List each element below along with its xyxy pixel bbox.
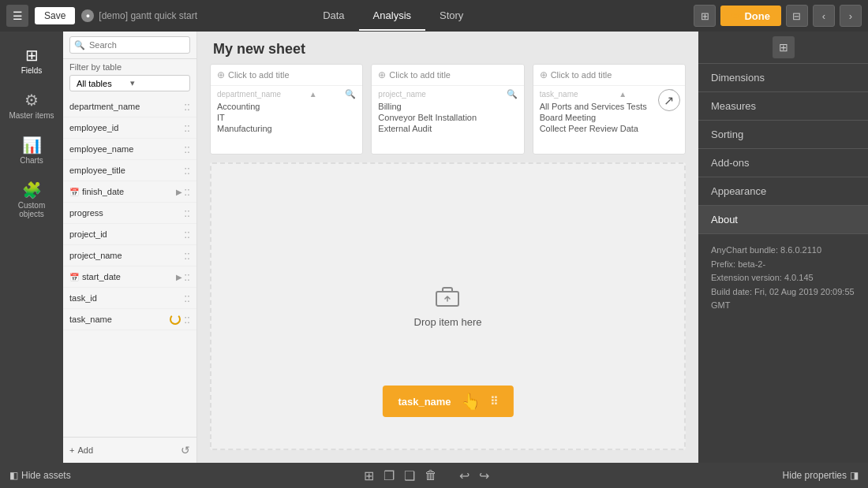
drag-handle-icon: :: — [184, 143, 190, 155]
paste-icon[interactable]: ❑ — [404, 468, 415, 483]
drop-zone-content: Drop item here — [414, 285, 482, 328]
card-title-2[interactable]: ⊕ Click to add title — [372, 65, 523, 86]
filter-by-table-label: Filter by table — [63, 59, 196, 75]
save-button[interactable]: Save — [35, 7, 75, 24]
card-title-text-3: Click to add title — [551, 70, 612, 80]
refresh-button[interactable]: ↺ — [181, 444, 190, 456]
panel-grid-icon-btn[interactable]: ⊞ — [773, 36, 795, 58]
topbar-right: ⊞ ✏ Done ⊟ ‹ › — [694, 5, 862, 27]
charts-label: Charts — [20, 156, 43, 165]
panel-about-text: AnyChart bundle: 8.6.0.2110 Prefix: beta… — [698, 234, 868, 322]
drop-zone-label: Drop item here — [414, 316, 482, 328]
add-field-button[interactable]: + Add — [69, 445, 93, 455]
list-item: Conveyor Belt Installation — [378, 112, 517, 123]
card-title-1[interactable]: ⊕ Click to add title — [211, 65, 362, 86]
delete-icon[interactable]: 🗑 — [425, 468, 437, 482]
drag-handle-icon: :: — [184, 207, 190, 219]
drag-item[interactable]: task_name 👆 ⠿ — [382, 386, 513, 417]
hide-assets-label: Hide assets — [21, 470, 71, 481]
field-item[interactable]: department_name :: — [63, 96, 196, 117]
field-item[interactable]: task_id :: — [63, 288, 196, 309]
custom-objects-icon: 🧩 — [22, 181, 42, 199]
sidebar-item-fields[interactable]: ⊞ Fields — [4, 39, 59, 81]
done-button[interactable]: ✏ Done — [720, 6, 781, 26]
search-input[interactable] — [69, 36, 190, 54]
hide-assets-icon: ◧ — [9, 470, 18, 481]
search-icon: 🔍 — [345, 89, 356, 99]
drag-handle-icon: :: — [184, 121, 190, 134]
sidebar-item-master-items[interactable]: ⚙ Master items — [4, 84, 59, 126]
fields-list: department_name :: employee_id :: employ… — [63, 96, 196, 437]
expand-arrow-icon: ▶ — [176, 273, 182, 281]
drop-zone[interactable]: Drop item here task_name 👆 ⠿ — [210, 162, 686, 450]
left-sidebar: ⊞ Fields ⚙ Master items 📊 Charts 🧩 Custo… — [0, 32, 63, 463]
field-item[interactable]: employee_name :: — [63, 139, 196, 160]
canvas-content: ⊕ Click to add title department_name ▲ 🔍… — [197, 64, 698, 463]
nav-analysis[interactable]: Analysis — [359, 2, 425, 31]
search-icon: 🔍 — [74, 40, 85, 50]
list-item: Manufacturing — [217, 123, 356, 134]
drag-handle-icon: :: — [184, 228, 190, 240]
list-item: IT — [217, 112, 356, 123]
field-item[interactable]: project_id :: — [63, 224, 196, 245]
fields-icon: ⊞ — [25, 46, 39, 65]
fields-panel: 🔍 Filter by table All tables ▾ departmen… — [63, 32, 197, 463]
cursor-icon: 👆 — [461, 392, 481, 411]
hide-properties-icon: ◨ — [850, 470, 859, 481]
panel-section-dimensions[interactable]: Dimensions — [698, 64, 868, 92]
top-nav: Data Analysis Story — [309, 2, 477, 31]
export-icon-btn[interactable]: ⊟ — [786, 5, 808, 27]
nav-data[interactable]: Data — [309, 2, 358, 31]
sidebar-item-custom-objects[interactable]: 🧩 Custom objects — [4, 174, 59, 225]
add-chart-icon: ⊕ — [540, 69, 548, 80]
field-item[interactable]: employee_title :: — [63, 160, 196, 181]
panel-section-appearance[interactable]: Appearance — [698, 177, 868, 206]
card-field-name-1: department_name ▲ 🔍 — [217, 89, 356, 99]
card-title-text-1: Click to add title — [228, 70, 290, 80]
layout-icon-btn[interactable]: ⊞ — [694, 5, 716, 27]
pencil-icon: ✏ — [731, 9, 741, 22]
field-item[interactable]: project_name :: — [63, 245, 196, 266]
field-item[interactable]: progress :: — [63, 203, 196, 224]
hide-assets-button[interactable]: ◧ Hide assets — [9, 470, 71, 481]
list-item: Billing — [378, 101, 517, 112]
canvas-area: My new sheet ⊕ Click to add title depart… — [197, 32, 698, 463]
field-item[interactable]: employee_id :: — [63, 117, 196, 139]
panel-section-about[interactable]: About — [698, 206, 868, 234]
calendar-icon: 📅 — [69, 188, 79, 196]
back-btn[interactable]: ‹ — [813, 5, 835, 27]
panel-section-sorting[interactable]: Sorting — [698, 121, 868, 149]
field-item-start-date[interactable]: 📅 start_date ▶ :: — [63, 266, 196, 288]
copy-icon[interactable]: ❐ — [383, 468, 395, 483]
custom-objects-label: Custom objects — [9, 201, 54, 218]
field-item-finish-date[interactable]: 📅 finish_date ▶ :: — [63, 181, 196, 203]
undo-button[interactable]: ↩ — [459, 468, 470, 483]
search-wrap: 🔍 — [69, 36, 190, 54]
forward-btn[interactable]: › — [840, 5, 862, 27]
sort-icon: ▲ — [619, 90, 627, 99]
app-icon: ● — [81, 9, 94, 22]
list-item: Board Meeting — [540, 112, 679, 123]
redo-button[interactable]: ↪ — [479, 468, 489, 483]
hamburger-icon: ☰ — [13, 9, 23, 22]
insert-icon[interactable]: ⊞ — [364, 468, 374, 483]
drag-dots-icon: ⠿ — [490, 395, 498, 408]
add-icon: + — [69, 445, 74, 455]
right-panel: ⊞ Dimensions Measures Sorting Add-ons Ap… — [698, 32, 868, 463]
card-title-3[interactable]: ⊕ Click to add title — [533, 65, 685, 86]
hide-properties-button[interactable]: Hide properties ◨ — [783, 470, 859, 481]
topbar: ☰ Save ● [demo] gantt quick start Data A… — [0, 0, 868, 32]
filter-table-select[interactable]: All tables ▾ — [69, 75, 190, 91]
sidebar-item-charts[interactable]: 📊 Charts — [4, 129, 59, 171]
hover-button[interactable]: ↗ — [658, 89, 680, 111]
panel-section-measures[interactable]: Measures — [698, 92, 868, 121]
panel-section-addons[interactable]: Add-ons — [698, 149, 868, 177]
chart-card-3: ⊕ Click to add title task_name ▲ 🔍 All P… — [533, 64, 686, 155]
bottombar-center-icons: ⊞ ❐ ❑ 🗑 ↩ ↪ — [364, 468, 489, 483]
field-item-task-name[interactable]: task_name :: — [63, 309, 196, 330]
list-item: Collect Peer Review Data — [540, 123, 679, 134]
card-content-1: department_name ▲ 🔍 Accounting IT Manufa… — [211, 86, 362, 137]
menu-button[interactable]: ☰ — [6, 5, 28, 27]
card-field-name-2: project_name 🔍 — [378, 89, 517, 99]
nav-story[interactable]: Story — [425, 2, 477, 31]
